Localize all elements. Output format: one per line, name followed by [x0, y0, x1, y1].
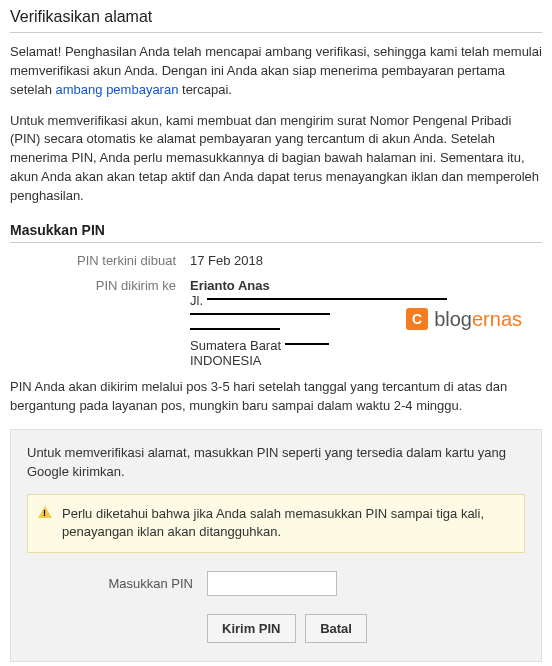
pin-input-label: Masukkan PIN: [27, 576, 207, 591]
watermark-plain: blog: [434, 308, 472, 330]
pin-created-value: 17 Feb 2018: [190, 253, 542, 268]
instruction-paragraph: Untuk memverifikasi akun, kami membuat d…: [10, 112, 542, 206]
blogernas-logo-icon: C: [406, 308, 428, 330]
cancel-button[interactable]: Batal: [305, 614, 367, 643]
pin-sent-label: PIN dikirim ke: [10, 278, 190, 368]
pin-input-row: Masukkan PIN: [27, 571, 525, 596]
blogernas-text: blogernas: [434, 308, 522, 331]
redacted-text: [190, 328, 280, 338]
blogernas-watermark: C blogernas: [406, 308, 522, 331]
warning-icon: [38, 506, 52, 518]
delivery-note: PIN Anda akan dikirim melalui pos 3-5 ha…: [10, 378, 542, 416]
pin-created-row: PIN terkini dibuat 17 Feb 2018: [10, 253, 542, 268]
section-title: Masukkan PIN: [10, 222, 542, 243]
page-title: Verifikasikan alamat: [10, 8, 542, 33]
address-region-text: Sumatera Barat: [190, 338, 285, 353]
pin-sent-row: PIN dikirim ke Erianto Anas Jl. Sumatera…: [10, 278, 542, 368]
warning-box: Perlu diketahui bahwa jika Anda salah me…: [27, 494, 525, 552]
pin-sent-address: Erianto Anas Jl. Sumatera Barat INDONESI…: [190, 278, 542, 368]
warning-text: Perlu diketahui bahwa jika Anda salah me…: [62, 506, 484, 539]
pin-form-panel: Untuk memverifikasi alamat, masukkan PIN…: [10, 429, 542, 661]
address-country: INDONESIA: [190, 353, 542, 368]
intro-text-2: tercapai.: [178, 82, 231, 97]
intro-paragraph: Selamat! Penghasilan Anda telah mencapai…: [10, 43, 542, 100]
watermark-accent: ernas: [472, 308, 522, 330]
address-name: Erianto Anas: [190, 278, 542, 293]
payment-threshold-link[interactable]: ambang pembayaran: [56, 82, 179, 97]
address-region: Sumatera Barat: [190, 338, 542, 353]
redacted-text: [285, 343, 329, 353]
address-line1-prefix: Jl.: [190, 293, 207, 308]
button-row: Kirim PIN Batal: [27, 614, 525, 643]
redacted-text: [207, 298, 447, 308]
address-line-1: Jl.: [190, 293, 542, 308]
form-instruction: Untuk memverifikasi alamat, masukkan PIN…: [27, 444, 525, 482]
submit-pin-button[interactable]: Kirim PIN: [207, 614, 296, 643]
redacted-text: [190, 313, 330, 323]
pin-created-label: PIN terkini dibuat: [10, 253, 190, 268]
pin-input[interactable]: [207, 571, 337, 596]
